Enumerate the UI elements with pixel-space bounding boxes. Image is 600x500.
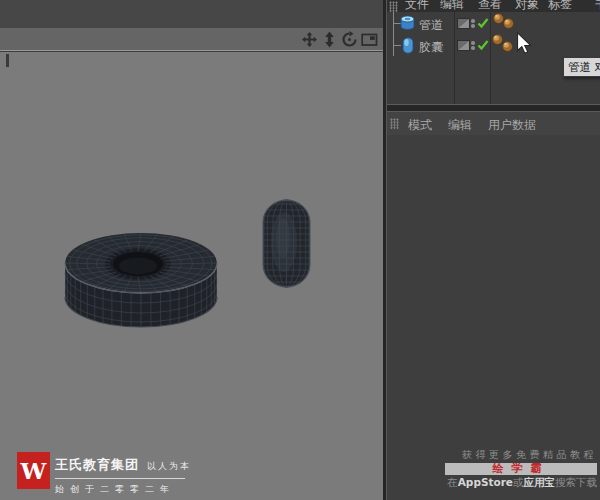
panel-grip-icon[interactable] xyxy=(389,1,398,12)
om-menu-edit[interactable]: 编辑 xyxy=(440,0,464,12)
scene-canvas xyxy=(0,52,383,500)
promo-line1: 获得更多免费精品教程 xyxy=(445,448,597,462)
promo-line2: 在AppStore或应用宝搜索下载 xyxy=(445,476,597,490)
logo-letter: W xyxy=(21,457,47,484)
dolly-icon[interactable] xyxy=(321,31,338,48)
watermark: W 王氏教育集团以人为本 始创于二零零二年 xyxy=(17,452,191,496)
promo-watermark: 获得更多免费精品教程 绘学霸 在AppStore或应用宝搜索下载 xyxy=(445,448,597,490)
watermark-text: 王氏教育集团以人为本 始创于二零零二年 xyxy=(55,452,191,496)
promo-app-name: 绘学霸 xyxy=(493,463,550,475)
promo-line2-prefix: 在 xyxy=(447,476,458,488)
enabled-check-icon[interactable] xyxy=(477,39,489,51)
main-toolbar-area xyxy=(0,0,383,28)
tube-icon[interactable] xyxy=(400,15,415,31)
watermark-subtitle: 始创于二零零二年 xyxy=(55,483,191,496)
maximize-view-icon[interactable] xyxy=(361,31,378,48)
viewport-nav-controls xyxy=(301,31,378,48)
attribute-manager[interactable] xyxy=(387,135,600,500)
attribute-manager-menubar: 模式 编辑 用户数据 xyxy=(387,111,600,135)
am-menu-userdata[interactable]: 用户数据 xyxy=(488,117,536,134)
app-window: W 王氏教育集团以人为本 始创于二零零二年 文件 编辑 查看 对象 标签 书签 xyxy=(0,0,600,500)
enabled-check-icon[interactable] xyxy=(477,17,489,29)
am-menu-mode[interactable]: 模式 xyxy=(408,117,432,134)
watermark-slogan: 以人为本 xyxy=(147,461,191,471)
tube-object[interactable] xyxy=(65,233,217,327)
panel-grip-icon[interactable] xyxy=(390,118,399,129)
pan-icon[interactable] xyxy=(301,31,318,48)
capsule-object[interactable] xyxy=(263,200,310,287)
watermark-divider xyxy=(55,478,185,479)
watermark-title: 王氏教育集团 xyxy=(55,457,139,472)
visibility-dots[interactable] xyxy=(471,19,475,29)
promo-app-bar: 绘学霸 xyxy=(445,463,597,475)
rotate-icon[interactable] xyxy=(341,31,358,48)
object-name[interactable]: 管道 xyxy=(419,17,443,34)
om-menu-file[interactable]: 文件 xyxy=(405,0,429,12)
object-row-tube[interactable]: 管道 xyxy=(387,13,600,35)
mouse-cursor xyxy=(517,32,532,54)
viewport-titlebar[interactable] xyxy=(0,28,383,51)
promo-line2-store2: 应用宝 xyxy=(524,476,556,488)
object-name[interactable]: 胶囊 xyxy=(419,39,443,56)
layer-square-icon[interactable] xyxy=(457,40,470,51)
layer-square-icon[interactable] xyxy=(457,18,470,29)
wang-logo: W xyxy=(17,452,50,489)
viewport-3d[interactable]: W 王氏教育集团以人为本 始创于二零零二年 xyxy=(0,52,383,500)
am-menu-edit[interactable]: 编辑 xyxy=(448,117,472,134)
hierarchy-branch xyxy=(393,45,401,46)
om-menu-tags[interactable]: 标签 xyxy=(548,0,572,12)
tooltip: 管道 对 xyxy=(563,57,600,77)
object-manager-menubar: 文件 编辑 查看 对象 标签 书签 xyxy=(387,0,600,12)
orange-sphere-tag[interactable] xyxy=(502,41,513,52)
capsule-icon[interactable] xyxy=(402,37,414,54)
tooltip-text: 管道 对 xyxy=(568,60,600,74)
promo-line2-suffix: 搜索下载 xyxy=(555,476,597,488)
object-row-capsule[interactable]: 胶囊 xyxy=(387,35,600,57)
om-menu-view[interactable]: 查看 xyxy=(478,0,502,12)
promo-line2-mid: 或 xyxy=(513,476,524,488)
orange-sphere-tag[interactable] xyxy=(503,18,514,29)
om-menu-bookmarks[interactable]: 书签 xyxy=(595,0,600,12)
om-menu-objects[interactable]: 对象 xyxy=(515,0,539,12)
promo-line2-store1: AppStore xyxy=(458,476,513,488)
visibility-dots[interactable] xyxy=(471,41,475,51)
